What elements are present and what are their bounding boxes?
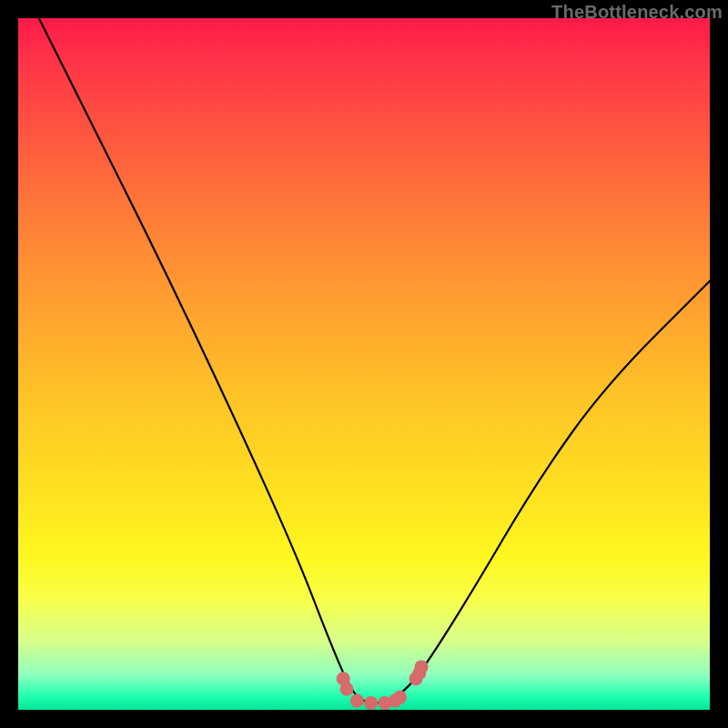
curve-markers: [337, 660, 429, 710]
bottleneck-curve-svg: [18, 18, 710, 710]
curve-marker: [415, 660, 429, 673]
bottleneck-curve: [39, 18, 710, 703]
curve-marker: [340, 682, 354, 696]
curve-marker: [393, 691, 407, 704]
chart-gradient-area: [18, 18, 710, 710]
curve-marker: [364, 696, 378, 710]
chart-frame: TheBottleneck.com: [0, 0, 728, 728]
watermark-text: TheBottleneck.com: [551, 2, 723, 23]
curve-marker: [350, 694, 364, 708]
